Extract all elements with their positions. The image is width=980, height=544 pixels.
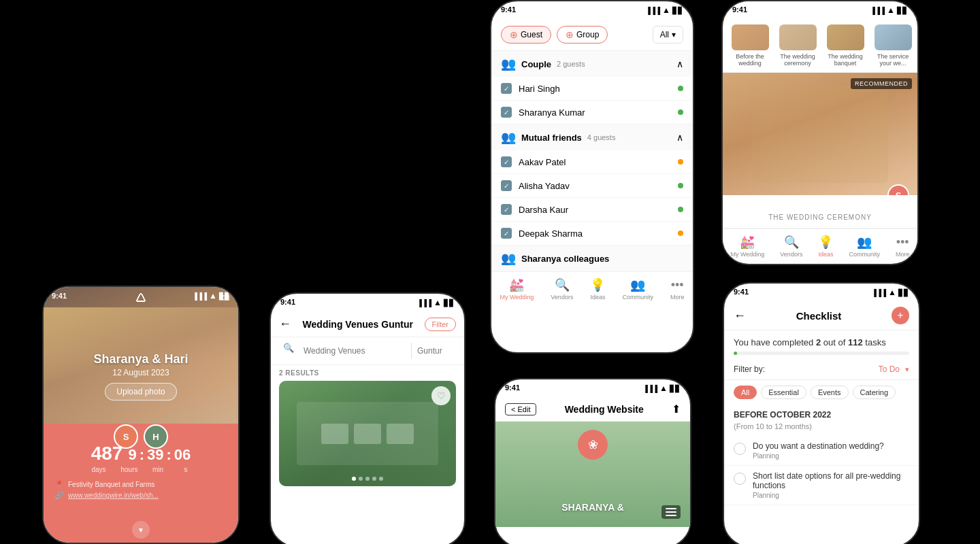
chip-all[interactable]: All bbox=[734, 386, 757, 399]
add-task-button[interactable]: + bbox=[892, 307, 909, 324]
nav-more[interactable]: ••• More bbox=[670, 278, 685, 301]
group-tab-button[interactable]: ⊕ Group bbox=[557, 26, 608, 44]
checklist-header: ← Checklist + bbox=[724, 301, 919, 330]
nav-ideas-label: Ideas bbox=[590, 294, 605, 301]
back-icon-6[interactable]: ← bbox=[734, 309, 746, 323]
filter-button[interactable]: Filter bbox=[425, 318, 456, 331]
back-icon-2[interactable]: ← bbox=[279, 317, 291, 331]
image-dots bbox=[352, 477, 383, 481]
nav5-vendors[interactable]: 🔍 Vendors bbox=[780, 235, 802, 258]
upload-photo-button[interactable]: Upload photo bbox=[105, 383, 176, 401]
venue-search-header: ← Wedding Venues Guntur Filter bbox=[271, 311, 464, 337]
website-couple-names: SHARANYA & bbox=[561, 502, 624, 513]
nav-my-wedding[interactable]: 💒 My Wedding bbox=[500, 277, 534, 301]
guest-item-deepak[interactable]: Deepak Sharma bbox=[491, 222, 693, 245]
all-dropdown[interactable]: All ▾ bbox=[653, 26, 683, 44]
sec-value: 06 bbox=[174, 446, 191, 464]
nav5-community[interactable]: 👥 Community bbox=[849, 235, 880, 258]
nav5-more[interactable]: ••• More bbox=[896, 235, 910, 258]
venue-url[interactable]: www.weddingwire.in/web/sh... bbox=[68, 492, 159, 499]
nav-vendors[interactable]: 🔍 Vendors bbox=[551, 277, 573, 301]
status-dot-aakav bbox=[678, 159, 683, 165]
expand-button[interactable]: ▼ bbox=[132, 521, 150, 539]
filter-todo-dropdown[interactable]: To Do bbox=[879, 364, 900, 374]
phone-ideas: 9:41 ▐▐▐▲▊▊ Before the wedding The weddi… bbox=[721, 0, 919, 265]
status-dot-hari bbox=[678, 86, 683, 91]
favorite-button[interactable]: ♡ bbox=[431, 386, 451, 405]
days-label: days bbox=[82, 466, 115, 473]
check-sharanya[interactable] bbox=[501, 107, 512, 118]
couple-group-info: 👥 Couple 2 guests bbox=[501, 56, 585, 71]
status-dot-darsha bbox=[678, 207, 683, 212]
progress-bar-bg bbox=[734, 352, 909, 355]
nav-community[interactable]: 👥 Community bbox=[622, 277, 653, 301]
guest-item-hari[interactable]: Hari Singh bbox=[491, 77, 693, 101]
progress-mid: out of bbox=[823, 337, 846, 347]
step-wedding-banquet[interactable]: The wedding banquet bbox=[825, 24, 866, 67]
couple-icon: 👥 bbox=[501, 56, 516, 71]
colleagues-icon: 👥 bbox=[501, 251, 516, 266]
guest-name-aakav: Aakav Patel bbox=[519, 157, 678, 167]
guest-tab-button[interactable]: ⊕ Guest bbox=[501, 26, 551, 44]
couple-group-name: Couple bbox=[521, 59, 551, 69]
share-icon[interactable]: ⬆ bbox=[672, 403, 681, 415]
step-wedding-ceremony[interactable]: The wedding ceremony bbox=[777, 24, 818, 67]
website-title: Wedding Website bbox=[536, 404, 672, 415]
chip-catering[interactable]: Catering bbox=[853, 386, 896, 399]
nav5-my-wedding[interactable]: 💒 My Wedding bbox=[731, 235, 765, 258]
task-item-1[interactable]: Do you want a destination wedding? Plann… bbox=[724, 436, 919, 466]
chip-events[interactable]: Events bbox=[811, 386, 849, 399]
section-sub: (From 10 to 12 months) bbox=[724, 422, 919, 436]
guest-tabs: ⊕ Guest ⊕ Group All ▾ bbox=[491, 19, 693, 51]
nav5-vendors-icon: 🔍 bbox=[784, 235, 799, 250]
status-bar: 9:41 ▐▐▐▲▊▊ bbox=[271, 294, 464, 311]
edit-button[interactable]: < Edit bbox=[505, 403, 536, 415]
progress-bar-fill bbox=[734, 352, 737, 355]
check-deepak[interactable] bbox=[501, 228, 512, 239]
chevron-down-icon: ▼ bbox=[137, 526, 144, 534]
task-check-1[interactable] bbox=[734, 443, 746, 455]
group-tab-label: Group bbox=[576, 30, 599, 39]
status-icons-5: ▐▐▐▲▊▊ bbox=[870, 5, 908, 15]
guest-name-deepak: Deepak Sharma bbox=[519, 228, 678, 239]
guest-item-aakav[interactable]: Aakav Patel bbox=[491, 150, 693, 174]
nav5-my-wedding-label: My Wedding bbox=[731, 251, 765, 258]
search-row: 🔍 bbox=[271, 337, 464, 365]
collapse-couple-icon[interactable]: ∧ bbox=[676, 58, 683, 69]
step-before-wedding[interactable]: Before the wedding bbox=[730, 24, 770, 67]
step-thumb-1 bbox=[732, 24, 769, 50]
all-label: All bbox=[660, 30, 669, 39]
nav-ideas[interactable]: 💡 Ideas bbox=[590, 277, 605, 301]
task-item-2[interactable]: Short list date options for all pre-wedd… bbox=[724, 466, 919, 505]
community-icon: 👥 bbox=[630, 277, 645, 292]
nav5-vendors-label: Vendors bbox=[780, 251, 802, 258]
status-bar-6: 9:41 ▐▐▐▲▊▊ bbox=[724, 284, 919, 301]
step-service[interactable]: The service your we... bbox=[872, 24, 913, 67]
progress-suffix: tasks bbox=[865, 337, 885, 347]
location-search-input[interactable] bbox=[412, 343, 466, 359]
step-label-2: The wedding ceremony bbox=[777, 53, 818, 67]
wedding-hero-bg: 9:41 ▐▐▐ ▲ ▊▊ ✉ 🛆 Sharanya & Hari 12 Aug… bbox=[44, 287, 238, 437]
couple-names: Sharanya & Hari bbox=[93, 352, 188, 367]
collapse-mutual-icon[interactable]: ∧ bbox=[676, 132, 683, 143]
check-aakav[interactable] bbox=[501, 156, 512, 167]
chevron-down-icon-3: ▾ bbox=[672, 30, 676, 39]
guest-item-sharanya[interactable]: Sharanya Kumar bbox=[491, 101, 693, 124]
task-check-2[interactable] bbox=[734, 473, 746, 485]
step-thumb-2 bbox=[779, 24, 817, 50]
location-icon: 📍 bbox=[54, 480, 64, 489]
check-hari[interactable] bbox=[501, 83, 512, 94]
check-darsha[interactable] bbox=[501, 204, 512, 215]
guest-item-darsha[interactable]: Darsha Kaur bbox=[491, 198, 693, 222]
venue-search-input[interactable] bbox=[298, 343, 412, 359]
status-dot-deepak bbox=[678, 231, 683, 236]
nav5-ideas[interactable]: 💡 Ideas bbox=[818, 235, 833, 258]
chip-essential[interactable]: Essential bbox=[761, 386, 806, 399]
step-label-4: The service your we... bbox=[872, 53, 913, 67]
guest-item-alisha[interactable]: Alisha Yadav bbox=[491, 174, 693, 198]
hours-label: hours bbox=[115, 466, 144, 473]
dot-2 bbox=[359, 477, 363, 481]
hamburger-menu-button[interactable] bbox=[662, 505, 681, 519]
venue-search-title: Wedding Venues Guntur bbox=[291, 319, 425, 330]
check-alisha[interactable] bbox=[501, 180, 512, 191]
